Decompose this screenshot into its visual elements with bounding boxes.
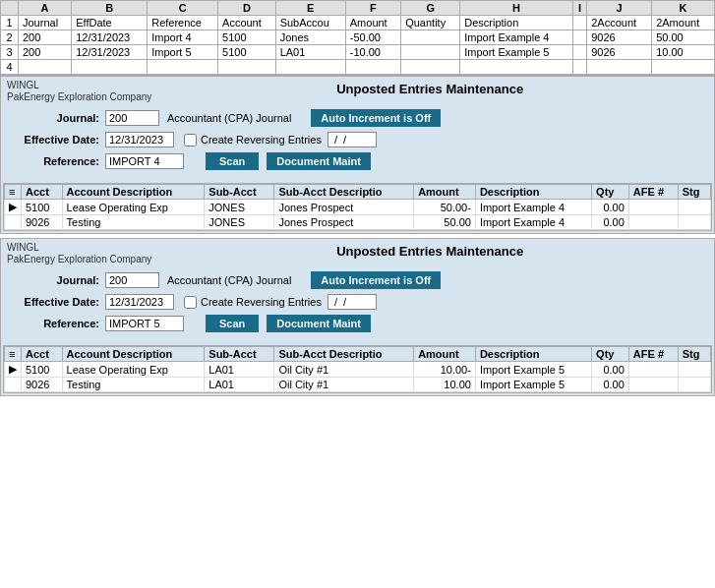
grid-col-acct: Acct xyxy=(22,347,63,362)
panel2-header: WINGL PakEnergy Exploration Company Unpo… xyxy=(1,239,714,265)
effdate-input[interactable] xyxy=(105,132,174,147)
panel1-brand: WINGL PakEnergy Exploration Company xyxy=(7,80,151,103)
cell-k2: 50.00 xyxy=(652,30,715,45)
reference-input[interactable] xyxy=(105,316,184,331)
auto-increment-button[interactable]: Auto Increment is Off xyxy=(311,271,441,289)
col-header-j: J xyxy=(587,1,652,16)
journal-input[interactable] xyxy=(105,110,159,126)
effdate-input[interactable] xyxy=(105,294,174,310)
col-header-i: I xyxy=(572,1,587,16)
cell-h3: Import Example 5 xyxy=(460,45,572,60)
date-slash-input[interactable] xyxy=(328,132,377,147)
table-row: 1 Journal EffDate Reference Account SubA… xyxy=(1,16,715,30)
cell-amount: 10.00- xyxy=(414,362,476,378)
reversing-checkbox[interactable] xyxy=(184,134,197,147)
grid-col-desc: Description xyxy=(475,347,591,362)
cell-desc: Import Example 5 xyxy=(475,378,591,392)
row-number: 2 xyxy=(1,30,19,45)
reversing-label: Create Reversing Entries xyxy=(201,296,322,308)
date-slash-input[interactable] xyxy=(328,294,377,310)
reversing-checkbox-area: Create Reversing Entries xyxy=(184,134,322,147)
cell-acct: 5100 xyxy=(22,200,63,215)
panel2: WINGL PakEnergy Exploration Company Unpo… xyxy=(0,238,715,396)
cell-acct: 9026 xyxy=(22,378,63,392)
cell-g1: Quantity xyxy=(401,16,460,30)
panel1-header: WINGL PakEnergy Exploration Company Unpo… xyxy=(1,77,714,103)
row-number: 4 xyxy=(1,60,19,75)
cell-h2: Import Example 4 xyxy=(460,30,572,45)
reversing-checkbox[interactable] xyxy=(184,296,197,309)
effdate-row: Effective Date: Create Reversing Entries xyxy=(11,132,704,147)
row-number: 1 xyxy=(1,16,19,30)
cell-afe xyxy=(628,378,678,392)
grid-col-desc: Description xyxy=(475,185,591,200)
cell-acct-desc: Lease Operating Exp xyxy=(62,362,205,378)
table-row: 3 200 12/31/2023 Import 5 5100 LA01 -10.… xyxy=(1,45,715,60)
col-header-b: B xyxy=(72,1,148,16)
cell-qty: 0.00 xyxy=(592,215,629,230)
cell-f1: Amount xyxy=(345,16,400,30)
cell-amount: 10.00 xyxy=(414,378,476,392)
cell-f3: -10.00 xyxy=(345,45,400,60)
reference-label: Reference: xyxy=(11,155,99,167)
auto-increment-button[interactable]: Auto Increment is Off xyxy=(311,109,441,127)
cell-k3: 10.00 xyxy=(652,45,715,60)
journal-type-label: Accountant (CPA) Journal xyxy=(167,112,291,124)
cell-j4 xyxy=(587,60,652,75)
grid-row-1[interactable]: ▶ 5100 Lease Operating Exp LA01 Oil City… xyxy=(5,362,711,378)
panel2-body: Journal: Accountant (CPA) Journal Auto I… xyxy=(1,265,714,345)
cell-g4 xyxy=(401,60,460,75)
grid-header-row: ≡ Acct Account Description Sub-Acct Sub-… xyxy=(5,347,711,362)
cell-i2 xyxy=(572,30,587,45)
grid-row-1[interactable]: ▶ 5100 Lease Operating Exp JONES Jones P… xyxy=(5,200,711,215)
panel1-grid: ≡ Acct Account Description Sub-Acct Sub-… xyxy=(3,183,712,231)
reference-label: Reference: xyxy=(11,318,99,329)
cell-b2: 12/31/2023 xyxy=(72,30,148,45)
grid-col-acct-desc: Account Description xyxy=(62,185,205,200)
doc-maint-button[interactable]: Document Maint xyxy=(267,152,371,170)
cell-sub-acct-desc: Jones Prospect xyxy=(274,200,414,215)
cell-acct-desc: Lease Operating Exp xyxy=(62,200,205,215)
journal-label: Journal: xyxy=(11,274,99,286)
grid-col-afe: AFE # xyxy=(628,347,678,362)
cell-stg xyxy=(678,200,710,215)
scan-button[interactable]: Scan xyxy=(206,152,259,170)
cell-sub-acct: LA01 xyxy=(205,362,274,378)
cell-afe xyxy=(628,200,678,215)
cell-h1: Description xyxy=(460,16,572,30)
doc-maint-button[interactable]: Document Maint xyxy=(267,315,371,332)
cell-d2: 5100 xyxy=(218,30,276,45)
cell-c2: Import 4 xyxy=(148,30,218,45)
col-header-g: G xyxy=(401,1,460,16)
cell-e4 xyxy=(275,60,345,75)
grid-row-2[interactable]: 9026 Testing JONES Jones Prospect 50.00 … xyxy=(5,215,711,230)
grid-col-stg: Stg xyxy=(678,185,710,200)
reference-input[interactable] xyxy=(105,153,184,169)
grid-col-stg: Stg xyxy=(678,347,710,362)
cell-afe xyxy=(628,362,678,378)
cell-stg xyxy=(678,215,710,230)
cell-f2: -50.00 xyxy=(345,30,400,45)
grid-col-sub-acct: Sub-Acct xyxy=(205,185,274,200)
panel2-title: Unposted Entries Maintenance xyxy=(336,244,523,259)
cell-k1: 2Amount xyxy=(652,16,715,30)
grid-row-2[interactable]: 9026 Testing LA01 Oil City #1 10.00 Impo… xyxy=(5,378,711,392)
journal-input[interactable] xyxy=(105,272,159,288)
cell-stg xyxy=(678,378,710,392)
brand-line2: PakEnergy Exploration Company xyxy=(7,91,151,103)
cell-acct-desc: Testing xyxy=(62,215,205,230)
cell-d1: Account xyxy=(218,16,276,30)
col-header-h: H xyxy=(460,1,572,16)
cell-h4 xyxy=(460,60,572,75)
panel2-brand: WINGL PakEnergy Exploration Company xyxy=(7,242,151,265)
panel1-body: Journal: Accountant (CPA) Journal Auto I… xyxy=(1,103,714,183)
scan-button[interactable]: Scan xyxy=(206,315,259,332)
reference-row: Reference: Scan Document Maint xyxy=(11,152,704,170)
panel2-grid: ≡ Acct Account Description Sub-Acct Sub-… xyxy=(3,345,712,393)
col-header-a: A xyxy=(19,1,72,16)
grid-col-acct: Acct xyxy=(22,185,63,200)
grid-col-sub-acct: Sub-Acct xyxy=(205,347,274,362)
grid-col-afe: AFE # xyxy=(628,185,678,200)
cell-afe xyxy=(628,215,678,230)
row-arrow: ▶ xyxy=(5,200,22,215)
